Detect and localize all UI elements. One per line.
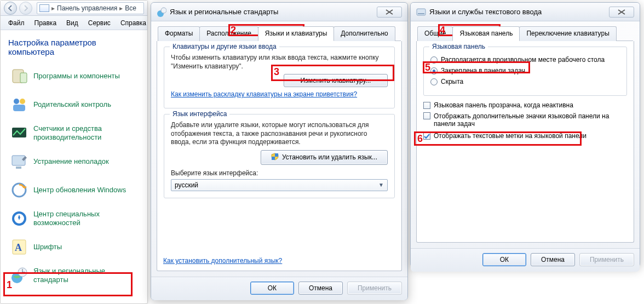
welcome-screen-layout-link[interactable]: Как изменить раскладку клавиатуры на экр…: [171, 90, 357, 98]
highlight-number-3: 3: [274, 66, 279, 78]
group-keyboards-legend: Клавиатуры и другие языки ввода: [170, 43, 279, 50]
group-ui-language-desc: Добавьте или удалите языки, которые могу…: [171, 121, 388, 147]
textservices-dialog: Языки и службы текстового ввода Общие Яз…: [410, 2, 640, 267]
svg-rect-4: [13, 105, 25, 111]
cp-item-update[interactable]: Центр обновления Windows: [6, 176, 142, 204]
region-dialog-buttons: ОК Отмена Применить: [151, 277, 407, 300]
region-dialog-title-bar: Язык и региональные стандарты: [151, 3, 407, 21]
breadcrumb[interactable]: ▸ Панель управления ▸ Все: [37, 2, 144, 14]
menu-bar: Файл Правка Вид Сервис Справка: [1, 16, 147, 30]
tab-location[interactable]: Расположение: [199, 26, 258, 41]
svg-point-3: [20, 99, 25, 104]
control-panel-titlebar: ▸ Панель управления ▸ Все: [1, 1, 147, 16]
parental-icon: [10, 96, 28, 113]
check-text-labels-label: Отображать текстовые метки на языковой п…: [434, 132, 586, 140]
cp-item-programs[interactable]: Программы и компоненты: [6, 62, 142, 90]
breadcrumb-sep: ▸: [51, 4, 55, 12]
tab-formats[interactable]: Форматы: [158, 26, 200, 41]
cp-item-label: Шрифты: [33, 243, 62, 251]
check-extra-icons-label: Отображать дополнительные значки языково…: [434, 112, 627, 128]
install-additional-language-link[interactable]: Как установить дополнительный язык?: [163, 257, 282, 265]
update-icon: [10, 181, 28, 199]
close-button[interactable]: [609, 7, 634, 18]
change-keyboard-button[interactable]: Изменить клавиатуру...: [284, 74, 388, 87]
install-language-button[interactable]: Установить или удалить язык...: [261, 150, 388, 165]
cp-item-troubleshoot[interactable]: Устранение неполадок: [6, 147, 142, 176]
cp-item-label: Программы и компоненты: [33, 72, 120, 81]
ui-language-select[interactable]: русский ▼: [171, 179, 388, 191]
ui-language-select-value: русский: [175, 181, 198, 189]
cancel-button[interactable]: Отмена: [298, 282, 343, 295]
svg-rect-23: [418, 13, 424, 14]
check-transparent-label: Языковая панель прозрачна, когда неактив…: [434, 101, 573, 109]
cancel-button[interactable]: Отмена: [531, 253, 575, 266]
check-text-labels[interactable]: Отображать текстовые метки на языковой п…: [423, 131, 627, 141]
region-dialog-title: Язык и региональные стандарты: [170, 8, 278, 16]
cp-item-parental[interactable]: Родительский контроль: [6, 90, 142, 119]
accessibility-icon: [10, 210, 28, 227]
nav-back-button[interactable]: [4, 2, 17, 15]
svg-point-19: [161, 8, 166, 13]
highlight-number-5: 5: [425, 62, 430, 73]
highlight-number-4: 4: [440, 25, 445, 36]
tab-general[interactable]: Общие: [417, 26, 453, 41]
svg-rect-21: [272, 157, 275, 160]
group-ui-language: Язык интерфейса Добавьте или удалите язы…: [164, 114, 395, 198]
cp-item-perf[interactable]: Счетчики и средства производительности: [6, 119, 142, 147]
radio-docked-label: Закреплена в панели задач: [441, 67, 525, 74]
tab-keyboards[interactable]: Языки и клавиатуры: [258, 26, 334, 41]
menu-tools[interactable]: Сервис: [84, 18, 115, 28]
textservices-dialog-title: Языки и службы текстового ввода: [429, 8, 542, 16]
check-transparent[interactable]: Языковая панель прозрачна, когда неактив…: [423, 101, 627, 109]
cp-item-region[interactable]: Язык и региональные стандарты: [6, 261, 142, 290]
textservices-dialog-icon: [416, 7, 426, 17]
cp-item-label: Родительский контроль: [33, 100, 111, 109]
cp-item-label: Счетчики и средства производительности: [33, 124, 137, 141]
breadcrumb-seg-2[interactable]: Все: [125, 4, 136, 12]
menu-edit[interactable]: Правка: [30, 18, 61, 28]
svg-rect-20: [275, 153, 278, 157]
menu-file[interactable]: Файл: [4, 18, 29, 28]
checkbox-icon: [423, 112, 430, 119]
cp-item-accessibility[interactable]: Центр специальных возможностей: [6, 204, 142, 233]
radio-float-label: Располагается в произвольном месте рабоч…: [441, 56, 605, 64]
breadcrumb-seg-1[interactable]: Панель управления: [57, 4, 117, 12]
radio-icon: [430, 78, 438, 85]
programs-icon: [10, 67, 28, 85]
checkbox-icon: [423, 133, 430, 140]
textservices-dialog-buttons: ОК Отмена Применить: [411, 248, 640, 272]
ok-button[interactable]: ОК: [482, 253, 526, 266]
menu-help[interactable]: Справка: [116, 18, 151, 28]
radio-float[interactable]: Располагается в произвольном месте рабоч…: [430, 56, 620, 64]
tab-langbar[interactable]: Языковая панель: [452, 26, 520, 41]
apply-button[interactable]: Применить: [347, 282, 402, 295]
perf-icon: [10, 124, 28, 142]
svg-text:A: A: [15, 242, 22, 253]
svg-rect-22: [417, 9, 426, 15]
radio-docked[interactable]: Закреплена в панели задач: [430, 67, 620, 74]
shield-icon: [271, 153, 279, 162]
textservices-tab-page: Языковая панель Располагается в произвол…: [416, 41, 634, 243]
tab-switch[interactable]: Переключение клавиатуры: [519, 26, 616, 41]
cp-item-fonts[interactable]: A Шрифты: [6, 233, 142, 261]
ok-button[interactable]: ОК: [250, 282, 294, 295]
svg-rect-7: [16, 167, 21, 169]
highlight-number-6: 6: [417, 133, 423, 145]
tab-advanced[interactable]: Дополнительно: [334, 26, 395, 41]
menu-view[interactable]: Вид: [62, 18, 83, 28]
control-panel-items: Программы и компоненты Родительский конт…: [1, 62, 147, 295]
region-icon: [10, 267, 28, 284]
close-button[interactable]: [377, 7, 402, 18]
group-langbar: Языковая панель Располагается в произвол…: [423, 47, 627, 96]
region-dialog: Язык и региональные стандарты Форматы Ра…: [151, 2, 408, 300]
apply-button[interactable]: Применить: [579, 253, 634, 266]
cp-item-label: Центр обновления Windows: [33, 186, 126, 194]
radio-hidden[interactable]: Скрыта: [430, 78, 620, 85]
textservices-dialog-title-bar: Языки и службы текстового ввода: [411, 3, 640, 21]
region-dialog-icon: [157, 7, 166, 17]
page-title: Настройка параметров компьютера: [1, 30, 147, 62]
check-extra-icons[interactable]: Отображать дополнительные значки языково…: [423, 112, 627, 128]
nav-forward-button[interactable]: [19, 2, 32, 15]
highlight-number-2: 2: [231, 25, 236, 36]
cp-item-label: Центр специальных возможностей: [33, 210, 137, 227]
